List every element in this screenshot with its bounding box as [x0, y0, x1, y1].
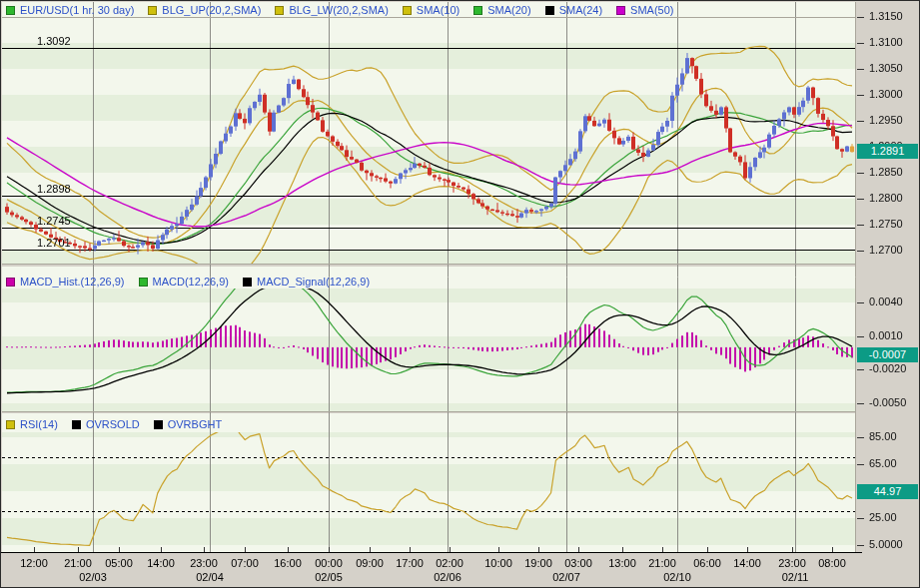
y-axis-tick-label: 1.2800	[869, 192, 920, 204]
legend-label: SMA(50)	[630, 4, 673, 16]
blg-up-swatch-icon	[148, 6, 157, 15]
y-axis-tick-label: 1.2950	[869, 114, 920, 126]
time-axis-label: 02:00	[430, 557, 469, 569]
legend-item-macd-hist[interactable]: MACD_Hist.(12,26,9)	[6, 276, 125, 288]
y-axis-tick-label: 1.2700	[869, 244, 920, 256]
date-axis-label: 02/07	[543, 571, 589, 583]
legend-label: OVRSOLD	[86, 418, 140, 430]
time-axis-label: 23:00	[772, 557, 812, 569]
sma50-swatch-icon	[616, 6, 625, 15]
rsi-value-tag: 44.97	[857, 484, 918, 499]
time-axis-label: 21:00	[642, 557, 682, 569]
time-axis-label: 14:00	[727, 557, 767, 569]
legend-item-rsi[interactable]: RSI(14)	[6, 418, 58, 430]
price-level-label: 1.2898	[37, 183, 71, 195]
time-axis-label: 00:00	[309, 557, 349, 569]
time-axis-label: 23:00	[184, 557, 224, 569]
eurusd-swatch-icon	[6, 6, 15, 15]
sma24-swatch-icon	[545, 6, 554, 15]
time-axis-label: 07:00	[225, 557, 265, 569]
legend-item-blg-up[interactable]: BLG_UP(20,2,SMA)	[148, 4, 261, 16]
ovrbght-swatch-icon	[154, 420, 163, 429]
rsi-panel-legend: RSI(14)OVRSOLDOVRBGHT	[6, 417, 222, 431]
date-axis-label: 02/03	[70, 571, 116, 583]
macd-panel-legend: MACD_Hist.(12,26,9)MACD(12,26,9)MACD_Sig…	[6, 275, 370, 289]
time-axis-label: 06:00	[687, 557, 727, 569]
legend-item-ovrbght[interactable]: OVRBGHT	[154, 418, 222, 430]
y-axis-tick-label: 1.3050	[869, 62, 920, 74]
legend-label: BLG_UP(20,2,SMA)	[162, 4, 261, 16]
time-axis-label: 03:00	[558, 557, 598, 569]
date-axis-label: 02/11	[772, 571, 818, 583]
y-axis-tick-label: 1.3150	[869, 10, 920, 22]
date-axis-label: 02/06	[425, 571, 470, 583]
y-axis-tick-label: 1.2750	[869, 218, 920, 230]
blg-lw-swatch-icon	[275, 6, 284, 15]
macd-value-tag: -0.0007	[857, 347, 918, 362]
y-axis-tick-label: 65.00	[869, 457, 920, 469]
time-axis-label: 21:00	[58, 557, 98, 569]
chart-canvas[interactable]	[1, 1, 920, 588]
y-axis-tick-label: 25.00	[869, 511, 920, 523]
y-axis-tick-label: 1.3100	[869, 36, 920, 48]
date-axis-label: 02/05	[306, 571, 352, 583]
legend-label: MACD_Hist.(12,26,9)	[20, 276, 125, 288]
time-axis-label: 10:00	[478, 557, 518, 569]
legend-label: OVRBGHT	[168, 418, 222, 430]
legend-item-blg-lw[interactable]: BLG_LW(20,2,SMA)	[275, 4, 388, 16]
price-panel-legend: EUR/USD(1 hr. 30 day)BLG_UP(20,2,SMA)BLG…	[6, 3, 673, 17]
time-axis-label: 08:00	[812, 557, 852, 569]
y-axis-tick-label: 0.0040	[869, 295, 920, 307]
price-level-label: 1.3092	[37, 35, 71, 47]
price-level-label: 1.2701	[37, 237, 71, 249]
macd-signal-swatch-icon	[243, 278, 252, 287]
legend-label: SMA(24)	[559, 4, 602, 16]
y-axis-tick-label: 5.0000	[869, 538, 920, 550]
y-axis-tick-label: -0.0020	[869, 362, 920, 374]
y-axis-tick-label: 0.0010	[869, 329, 920, 341]
legend-label: SMA(20)	[487, 4, 530, 16]
ovrsold-swatch-icon	[72, 420, 81, 429]
y-axis-tick-label: 85.00	[869, 430, 920, 442]
macd-hist-swatch-icon	[6, 278, 15, 287]
legend-label: RSI(14)	[20, 418, 58, 430]
y-axis-tick-label: -0.0050	[869, 396, 920, 408]
time-axis-label: 14:00	[141, 557, 181, 569]
date-axis-label: 02/04	[187, 571, 233, 583]
legend-label: MACD(12,26,9)	[153, 276, 229, 288]
legend-item-macd-signal[interactable]: MACD_Signal(12,26,9)	[243, 276, 370, 288]
time-axis-label: 16:00	[268, 557, 308, 569]
date-axis-label: 02/10	[654, 571, 700, 583]
legend-label: EUR/USD(1 hr. 30 day)	[20, 4, 134, 16]
legend-label: MACD_Signal(12,26,9)	[257, 276, 370, 288]
y-axis-tick-label: 1.3000	[869, 88, 920, 100]
last-price-tag: 1.2891	[857, 144, 918, 159]
y-axis-tick-label: 1.2850	[869, 166, 920, 178]
legend-label: SMA(10)	[417, 4, 460, 16]
legend-item-macd-line[interactable]: MACD(12,26,9)	[139, 276, 229, 288]
macd-line-swatch-icon	[139, 278, 148, 287]
time-axis-label: 05:00	[99, 557, 139, 569]
legend-item-sma24[interactable]: SMA(24)	[545, 4, 602, 16]
legend-label: BLG_LW(20,2,SMA)	[289, 4, 388, 16]
time-axis-label: 17:00	[390, 557, 430, 569]
legend-item-eurusd[interactable]: EUR/USD(1 hr. 30 day)	[6, 4, 134, 16]
trading-chart-window: EUR/USD(1 hr. 30 day)BLG_UP(20,2,SMA)BLG…	[0, 0, 920, 588]
legend-item-sma50[interactable]: SMA(50)	[616, 4, 673, 16]
sma20-swatch-icon	[473, 6, 482, 15]
time-axis-label: 09:00	[350, 557, 390, 569]
legend-item-sma20[interactable]: SMA(20)	[473, 4, 530, 16]
sma10-swatch-icon	[403, 6, 412, 15]
time-axis-label: 13:00	[602, 557, 642, 569]
time-axis-label: 19:00	[518, 557, 558, 569]
time-axis-label: 12:00	[14, 557, 54, 569]
rsi-swatch-icon	[6, 420, 15, 429]
price-level-label: 1.2745	[37, 215, 71, 227]
legend-item-sma10[interactable]: SMA(10)	[403, 4, 460, 16]
legend-item-ovrsold[interactable]: OVRSOLD	[72, 418, 140, 430]
